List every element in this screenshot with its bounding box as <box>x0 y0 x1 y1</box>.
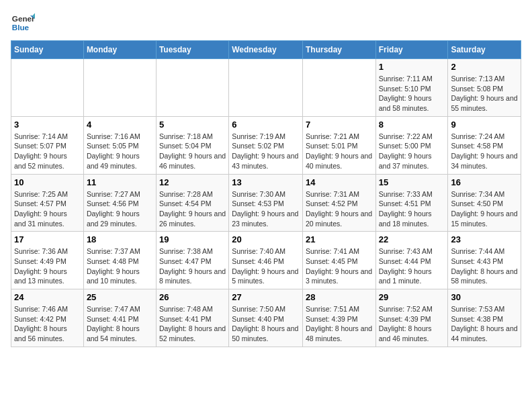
day-info: Sunrise: 7:36 AM Sunset: 4:49 PM Dayligh… <box>14 246 81 286</box>
day-number: 6 <box>232 120 300 130</box>
day-info: Sunrise: 7:51 AM Sunset: 4:39 PM Dayligh… <box>306 304 373 344</box>
svg-text:Blue: Blue <box>12 23 30 32</box>
calendar-cell: 18Sunrise: 7:37 AM Sunset: 4:48 PM Dayli… <box>83 232 156 289</box>
day-number: 10 <box>14 177 81 187</box>
calendar-cell: 20Sunrise: 7:40 AM Sunset: 4:46 PM Dayli… <box>229 232 303 289</box>
day-info: Sunrise: 7:37 AM Sunset: 4:48 PM Dayligh… <box>87 246 153 286</box>
day-info: Sunrise: 7:19 AM Sunset: 5:02 PM Dayligh… <box>232 132 300 171</box>
calendar-cell: 28Sunrise: 7:51 AM Sunset: 4:39 PM Dayli… <box>302 289 375 347</box>
day-number: 8 <box>379 120 445 130</box>
day-info: Sunrise: 7:31 AM Sunset: 4:52 PM Dayligh… <box>306 189 373 229</box>
day-number: 22 <box>379 234 445 244</box>
day-info: Sunrise: 7:38 AM Sunset: 4:47 PM Dayligh… <box>159 246 226 286</box>
calendar-cell: 19Sunrise: 7:38 AM Sunset: 4:47 PM Dayli… <box>156 232 228 289</box>
day-number: 12 <box>159 177 226 187</box>
day-number: 3 <box>14 120 81 130</box>
weekday-header-friday: Friday <box>375 41 448 59</box>
day-info: Sunrise: 7:13 AM Sunset: 5:08 PM Dayligh… <box>451 74 518 113</box>
weekday-header-monday: Monday <box>83 41 156 59</box>
calendar-cell: 15Sunrise: 7:33 AM Sunset: 4:51 PM Dayli… <box>375 174 448 232</box>
day-info: Sunrise: 7:16 AM Sunset: 5:05 PM Dayligh… <box>87 132 153 171</box>
calendar-cell: 16Sunrise: 7:34 AM Sunset: 4:50 PM Dayli… <box>448 174 521 232</box>
day-number: 23 <box>451 234 518 244</box>
calendar-cell: 23Sunrise: 7:44 AM Sunset: 4:43 PM Dayli… <box>448 232 521 289</box>
calendar-cell: 13Sunrise: 7:30 AM Sunset: 4:53 PM Dayli… <box>229 174 303 232</box>
day-info: Sunrise: 7:27 AM Sunset: 4:56 PM Dayligh… <box>87 189 153 229</box>
calendar-cell: 30Sunrise: 7:53 AM Sunset: 4:38 PM Dayli… <box>448 289 521 347</box>
calendar-cell: 29Sunrise: 7:52 AM Sunset: 4:39 PM Dayli… <box>375 289 448 347</box>
weekday-header-sunday: Sunday <box>11 41 84 59</box>
day-number: 7 <box>306 120 373 130</box>
calendar-cell: 14Sunrise: 7:31 AM Sunset: 4:52 PM Dayli… <box>302 174 375 232</box>
day-info: Sunrise: 7:11 AM Sunset: 5:10 PM Dayligh… <box>379 74 445 113</box>
calendar-cell: 25Sunrise: 7:47 AM Sunset: 4:41 PM Dayli… <box>83 289 156 347</box>
svg-text:General: General <box>12 14 35 23</box>
calendar-week-row: 3Sunrise: 7:14 AM Sunset: 5:07 PM Daylig… <box>11 116 521 174</box>
day-info: Sunrise: 7:18 AM Sunset: 5:04 PM Dayligh… <box>159 132 226 171</box>
calendar-cell: 9Sunrise: 7:24 AM Sunset: 4:58 PM Daylig… <box>448 116 521 174</box>
day-number: 26 <box>159 292 226 302</box>
day-info: Sunrise: 7:47 AM Sunset: 4:41 PM Dayligh… <box>87 304 153 344</box>
calendar-cell: 11Sunrise: 7:27 AM Sunset: 4:56 PM Dayli… <box>83 174 156 232</box>
calendar-cell <box>302 59 375 117</box>
calendar-cell <box>83 59 156 117</box>
day-number: 15 <box>379 177 445 187</box>
day-info: Sunrise: 7:48 AM Sunset: 4:41 PM Dayligh… <box>159 304 226 344</box>
day-info: Sunrise: 7:41 AM Sunset: 4:45 PM Dayligh… <box>306 246 373 286</box>
calendar-cell <box>11 59 84 117</box>
logo: General Blue <box>11 11 38 35</box>
calendar-week-row: 17Sunrise: 7:36 AM Sunset: 4:49 PM Dayli… <box>11 232 521 289</box>
day-number: 21 <box>306 234 373 244</box>
calendar-cell: 24Sunrise: 7:46 AM Sunset: 4:42 PM Dayli… <box>11 289 84 347</box>
day-number: 29 <box>379 292 445 302</box>
calendar-cell: 22Sunrise: 7:43 AM Sunset: 4:44 PM Dayli… <box>375 232 448 289</box>
calendar-cell: 12Sunrise: 7:28 AM Sunset: 4:54 PM Dayli… <box>156 174 228 232</box>
weekday-header-tuesday: Tuesday <box>156 41 228 59</box>
calendar-cell: 2Sunrise: 7:13 AM Sunset: 5:08 PM Daylig… <box>448 59 521 117</box>
day-number: 24 <box>14 292 81 302</box>
day-number: 2 <box>451 62 518 72</box>
calendar-cell: 26Sunrise: 7:48 AM Sunset: 4:41 PM Dayli… <box>156 289 228 347</box>
calendar-cell: 27Sunrise: 7:50 AM Sunset: 4:40 PM Dayli… <box>229 289 303 347</box>
day-info: Sunrise: 7:50 AM Sunset: 4:40 PM Dayligh… <box>232 304 300 344</box>
calendar-table: SundayMondayTuesdayWednesdayThursdayFrid… <box>11 40 521 347</box>
calendar-cell: 6Sunrise: 7:19 AM Sunset: 5:02 PM Daylig… <box>229 116 303 174</box>
calendar-week-row: 1Sunrise: 7:11 AM Sunset: 5:10 PM Daylig… <box>11 59 521 117</box>
calendar-week-row: 24Sunrise: 7:46 AM Sunset: 4:42 PM Dayli… <box>11 289 521 347</box>
day-info: Sunrise: 7:22 AM Sunset: 5:00 PM Dayligh… <box>379 132 445 171</box>
calendar-cell: 5Sunrise: 7:18 AM Sunset: 5:04 PM Daylig… <box>156 116 228 174</box>
calendar-cell: 8Sunrise: 7:22 AM Sunset: 5:00 PM Daylig… <box>375 116 448 174</box>
calendar-cell <box>156 59 228 117</box>
calendar-cell: 3Sunrise: 7:14 AM Sunset: 5:07 PM Daylig… <box>11 116 84 174</box>
day-info: Sunrise: 7:43 AM Sunset: 4:44 PM Dayligh… <box>379 246 445 286</box>
calendar-cell: 1Sunrise: 7:11 AM Sunset: 5:10 PM Daylig… <box>375 59 448 117</box>
day-info: Sunrise: 7:46 AM Sunset: 4:42 PM Dayligh… <box>14 304 81 344</box>
day-number: 1 <box>379 62 445 72</box>
day-number: 18 <box>87 234 153 244</box>
day-number: 19 <box>159 234 226 244</box>
general-blue-logo-icon: General Blue <box>11 11 35 35</box>
calendar-cell: 10Sunrise: 7:25 AM Sunset: 4:57 PM Dayli… <box>11 174 84 232</box>
weekday-header-thursday: Thursday <box>302 41 375 59</box>
day-number: 17 <box>14 234 81 244</box>
day-info: Sunrise: 7:33 AM Sunset: 4:51 PM Dayligh… <box>379 189 445 229</box>
weekday-header-saturday: Saturday <box>448 41 521 59</box>
day-info: Sunrise: 7:28 AM Sunset: 4:54 PM Dayligh… <box>159 189 226 229</box>
day-number: 13 <box>232 177 300 187</box>
day-info: Sunrise: 7:34 AM Sunset: 4:50 PM Dayligh… <box>451 189 518 229</box>
day-info: Sunrise: 7:24 AM Sunset: 4:58 PM Dayligh… <box>451 132 518 171</box>
day-info: Sunrise: 7:52 AM Sunset: 4:39 PM Dayligh… <box>379 304 445 344</box>
day-number: 9 <box>451 120 518 130</box>
weekday-header-row: SundayMondayTuesdayWednesdayThursdayFrid… <box>11 41 521 59</box>
day-number: 5 <box>159 120 226 130</box>
day-info: Sunrise: 7:30 AM Sunset: 4:53 PM Dayligh… <box>232 189 300 229</box>
day-info: Sunrise: 7:14 AM Sunset: 5:07 PM Dayligh… <box>14 132 81 171</box>
day-number: 30 <box>451 292 518 302</box>
calendar-cell <box>229 59 303 117</box>
day-number: 14 <box>306 177 373 187</box>
calendar-cell: 7Sunrise: 7:21 AM Sunset: 5:01 PM Daylig… <box>302 116 375 174</box>
day-number: 27 <box>232 292 300 302</box>
day-number: 16 <box>451 177 518 187</box>
day-info: Sunrise: 7:53 AM Sunset: 4:38 PM Dayligh… <box>451 304 518 344</box>
day-number: 28 <box>306 292 373 302</box>
